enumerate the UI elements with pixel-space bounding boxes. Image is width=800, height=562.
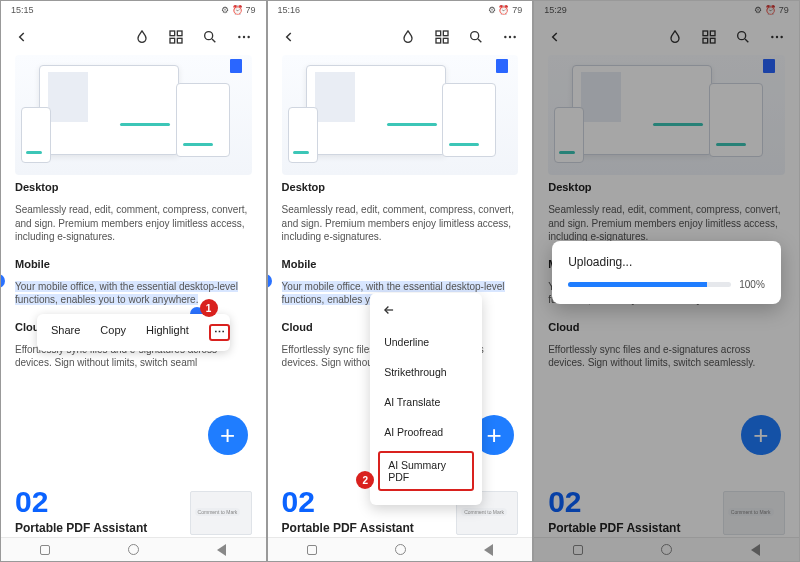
page-footer: 02 Portable PDF Assistant xyxy=(1,487,266,535)
search-icon[interactable] xyxy=(735,29,751,45)
desktop-heading: Desktop xyxy=(15,181,252,193)
ink-icon[interactable] xyxy=(667,29,683,45)
share-action[interactable]: Share xyxy=(51,324,80,341)
status-icons: ⚙ ⏰ 79 xyxy=(488,5,523,15)
top-bar xyxy=(534,19,799,55)
home-button[interactable] xyxy=(128,544,139,555)
recents-button[interactable] xyxy=(307,545,317,555)
clock: 15:29 xyxy=(544,5,567,15)
home-button[interactable] xyxy=(395,544,406,555)
more-icon[interactable] xyxy=(236,29,252,45)
back-button[interactable] xyxy=(751,544,760,556)
upload-dialog: Uploading... 100% xyxy=(552,241,781,304)
page-number: 02 xyxy=(548,487,785,517)
search-icon[interactable] xyxy=(202,29,218,45)
top-bar xyxy=(268,19,533,55)
upload-percent: 100% xyxy=(739,279,765,290)
desktop-heading: Desktop xyxy=(282,181,519,193)
screen-3: 15:29 ⚙ ⏰ 79 Desktop Seamlessly read, ed… xyxy=(533,0,800,562)
recents-button[interactable] xyxy=(40,545,50,555)
hero-devices xyxy=(15,55,252,175)
ink-icon[interactable] xyxy=(134,29,150,45)
svg-rect-16 xyxy=(703,31,708,36)
page-thumbnail[interactable] xyxy=(190,491,252,535)
upload-label: Uploading... xyxy=(568,255,765,269)
more-icon[interactable] xyxy=(502,29,518,45)
desktop-text: Seamlessly read, edit, comment, compress… xyxy=(268,195,533,252)
page-footer: 02 Portable PDF Assistant xyxy=(534,487,799,535)
desktop-heading: Desktop xyxy=(548,181,785,193)
svg-point-4 xyxy=(204,32,212,40)
mobile-text-selected[interactable]: Your mobile office, with the essential d… xyxy=(1,272,266,315)
back-button[interactable] xyxy=(217,544,226,556)
svg-rect-18 xyxy=(703,38,708,43)
context-menu: Underline Strikethrough AI Translate AI … xyxy=(370,293,482,505)
back-button[interactable] xyxy=(484,544,493,556)
svg-point-12 xyxy=(471,32,479,40)
back-icon[interactable] xyxy=(282,30,296,44)
svg-point-7 xyxy=(247,36,249,38)
screen-1: 15:15 ⚙ ⏰ 79 Desktop Seamlessly read, ed… xyxy=(0,0,267,562)
copy-action[interactable]: Copy xyxy=(100,324,126,341)
svg-point-15 xyxy=(514,36,516,38)
svg-rect-19 xyxy=(710,38,715,43)
svg-point-21 xyxy=(771,36,773,38)
svg-point-20 xyxy=(737,32,745,40)
svg-rect-17 xyxy=(710,31,715,36)
svg-rect-0 xyxy=(170,31,175,36)
grid-icon[interactable] xyxy=(434,29,450,45)
back-icon[interactable] xyxy=(548,30,562,44)
menu-underline[interactable]: Underline xyxy=(370,327,482,357)
clock: 15:16 xyxy=(278,5,301,15)
fab-add[interactable]: + xyxy=(208,415,248,455)
search-icon[interactable] xyxy=(468,29,484,45)
svg-point-22 xyxy=(776,36,778,38)
svg-rect-3 xyxy=(177,38,182,43)
mobile-heading: Mobile xyxy=(282,258,519,270)
hero-devices xyxy=(282,55,519,175)
page-title: Portable PDF Assistant xyxy=(548,521,785,535)
svg-rect-1 xyxy=(177,31,182,36)
page-thumbnail[interactable] xyxy=(723,491,785,535)
status-icons: ⚙ ⏰ 79 xyxy=(221,5,256,15)
svg-point-13 xyxy=(504,36,506,38)
menu-ai-proofread[interactable]: AI Proofread xyxy=(370,417,482,447)
more-icon[interactable] xyxy=(769,29,785,45)
hero-devices xyxy=(548,55,785,175)
android-nav xyxy=(268,537,533,561)
popover-more-button[interactable]: ⋯ xyxy=(209,324,230,341)
svg-point-5 xyxy=(238,36,240,38)
recents-button[interactable] xyxy=(573,545,583,555)
status-bar: 15:29 ⚙ ⏰ 79 xyxy=(534,1,799,19)
highlight-action[interactable]: Highlight xyxy=(146,324,189,341)
menu-ai-translate[interactable]: AI Translate xyxy=(370,387,482,417)
menu-back-icon[interactable] xyxy=(370,303,482,327)
cloud-text: Effortlessly sync files and e-signatures… xyxy=(534,335,799,378)
svg-rect-9 xyxy=(444,31,449,36)
status-bar: 15:16 ⚙ ⏰ 79 xyxy=(268,1,533,19)
svg-rect-8 xyxy=(436,31,441,36)
svg-point-6 xyxy=(242,36,244,38)
android-nav xyxy=(1,537,266,561)
home-button[interactable] xyxy=(661,544,672,555)
desktop-text: Seamlessly read, edit, comment, compress… xyxy=(1,195,266,252)
grid-icon[interactable] xyxy=(168,29,184,45)
screen-2: 15:16 ⚙ ⏰ 79 Desktop Seamlessly read, ed… xyxy=(267,0,534,562)
clock: 15:15 xyxy=(11,5,34,15)
fab-add[interactable]: + xyxy=(741,415,781,455)
upload-progress xyxy=(568,282,731,287)
ink-icon[interactable] xyxy=(400,29,416,45)
svg-point-23 xyxy=(780,36,782,38)
svg-rect-11 xyxy=(444,38,449,43)
back-icon[interactable] xyxy=(15,30,29,44)
svg-rect-10 xyxy=(436,38,441,43)
status-icons: ⚙ ⏰ 79 xyxy=(754,5,789,15)
cloud-heading: Cloud xyxy=(548,321,785,333)
menu-strikethrough[interactable]: Strikethrough xyxy=(370,357,482,387)
grid-icon[interactable] xyxy=(701,29,717,45)
svg-point-14 xyxy=(509,36,511,38)
svg-rect-2 xyxy=(170,38,175,43)
android-nav xyxy=(534,537,799,561)
menu-ai-summary-pdf[interactable]: AI Summary PDF xyxy=(378,451,474,491)
step-badge-1: 1 xyxy=(200,299,218,317)
